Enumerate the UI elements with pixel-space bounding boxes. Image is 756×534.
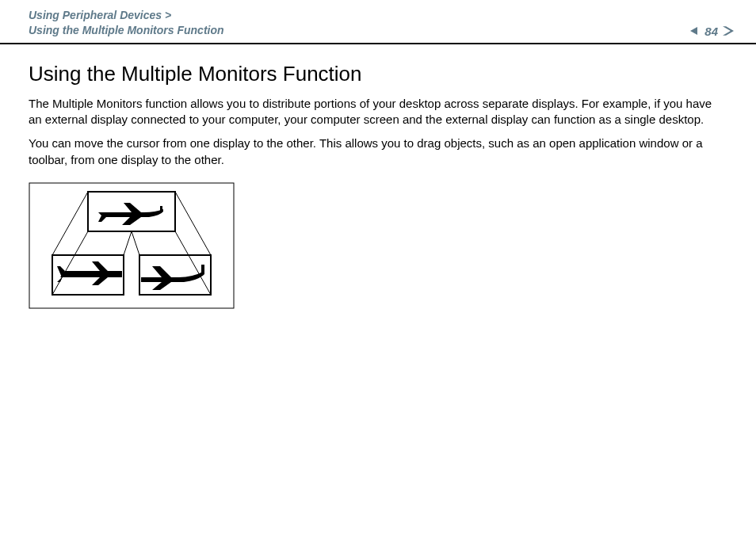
page-title: Using the Multiple Monitors Function	[29, 62, 727, 86]
multi-monitor-figure	[29, 182, 727, 312]
breadcrumb-parent: Using Peripheral Devices	[29, 9, 162, 21]
svg-rect-12	[160, 206, 162, 211]
svg-line-6	[52, 192, 88, 255]
document-page: Using Peripheral Devices > Using the Mul…	[0, 0, 756, 534]
page-content: Using the Multiple Monitors Function The…	[0, 44, 756, 312]
next-page-button[interactable]	[723, 25, 734, 36]
breadcrumb-separator: >	[165, 9, 171, 21]
svg-line-8	[175, 192, 211, 255]
breadcrumb-current: Using the Multiple Monitors Function	[29, 24, 224, 36]
paragraph: The Multiple Monitors function allows yo…	[29, 96, 727, 128]
page-navigator: 84	[689, 25, 734, 38]
page-number: 84	[704, 25, 718, 38]
prev-page-button[interactable]	[689, 25, 700, 36]
svg-marker-0	[690, 27, 697, 35]
svg-line-10	[124, 231, 132, 255]
triangle-right-icon	[723, 25, 734, 36]
svg-marker-1	[723, 27, 734, 36]
svg-line-11	[132, 231, 139, 255]
breadcrumb: Using Peripheral Devices > Using the Mul…	[29, 8, 224, 38]
page-header: Using Peripheral Devices > Using the Mul…	[0, 0, 756, 43]
svg-rect-13	[201, 265, 204, 273]
multi-monitor-diagram-icon	[29, 182, 235, 309]
paragraph: You can move the cursor from one display…	[29, 135, 727, 168]
triangle-left-icon	[689, 26, 699, 36]
